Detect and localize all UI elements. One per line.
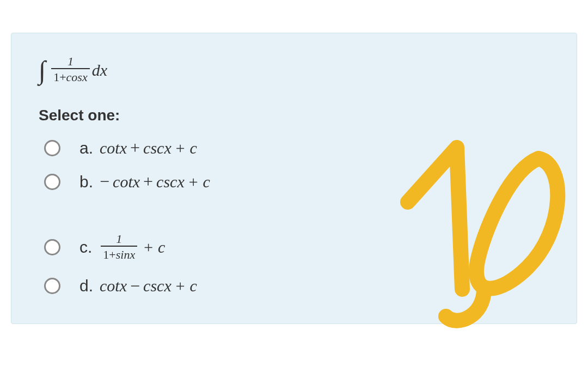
select-one-label: Select one: (39, 107, 549, 124)
option-d-label: d. cotx − cscx + c (79, 276, 197, 296)
integral-sign-icon: ∫ (39, 55, 46, 85)
options-group: a. cotx + cscx + c b. −cotx + cscx + c c… (39, 138, 549, 296)
option-c-label: c. 1 1+sinx + c (79, 233, 165, 262)
question-stem: ∫ 1 1+cosx dx (39, 55, 549, 85)
radio-a[interactable] (44, 140, 60, 156)
option-a-label: a. cotx + cscx + c (79, 138, 197, 158)
question-card: ∫ 1 1+cosx dx Select one: a. cotx + cscx… (11, 33, 577, 324)
option-b[interactable]: b. −cotx + cscx + c (44, 172, 549, 192)
option-c[interactable]: c. 1 1+sinx + c (44, 233, 549, 262)
option-a[interactable]: a. cotx + cscx + c (44, 138, 549, 158)
option-c-fraction: 1 1+sinx (101, 233, 137, 262)
option-d[interactable]: d. cotx − cscx + c (44, 276, 549, 296)
radio-d[interactable] (44, 278, 60, 294)
differential: dx (92, 61, 107, 80)
radio-c[interactable] (44, 239, 60, 255)
integrand-fraction: 1 1+cosx (51, 55, 90, 85)
radio-b[interactable] (44, 174, 60, 190)
fraction-denominator: 1+cosx (51, 68, 90, 84)
option-b-label: b. −cotx + cscx + c (79, 172, 210, 192)
fraction-numerator: 1 (65, 55, 76, 68)
